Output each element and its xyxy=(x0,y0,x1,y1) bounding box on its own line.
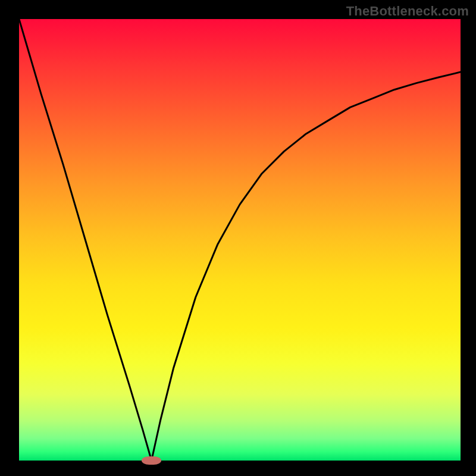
series-left-branch xyxy=(19,19,152,461)
minimum-marker xyxy=(142,456,161,465)
chart-curve xyxy=(19,19,461,461)
attribution-text: TheBottleneck.com xyxy=(346,4,469,19)
plot-area xyxy=(19,19,461,461)
outer-frame: TheBottleneck.com xyxy=(0,0,476,476)
series-right-branch xyxy=(152,72,461,461)
